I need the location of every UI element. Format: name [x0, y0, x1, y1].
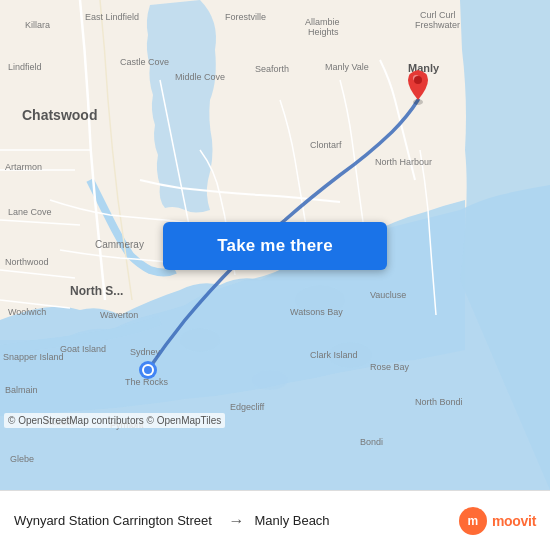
- svg-text:North Bondi: North Bondi: [415, 397, 463, 407]
- svg-text:Sydney: Sydney: [130, 347, 161, 357]
- moovit-brand-text: moovit: [492, 513, 536, 529]
- svg-text:Snapper Island: Snapper Island: [3, 352, 64, 362]
- svg-text:Allambie: Allambie: [305, 17, 340, 27]
- moovit-icon-letter: m: [468, 514, 479, 528]
- svg-text:Cammeray: Cammeray: [95, 239, 144, 250]
- svg-text:Artarmon: Artarmon: [5, 162, 42, 172]
- from-station-label: Wynyard Station Carrington Street: [14, 513, 218, 528]
- svg-point-48: [144, 366, 152, 374]
- svg-text:Clontarf: Clontarf: [310, 140, 342, 150]
- svg-text:Northwood: Northwood: [5, 257, 49, 267]
- to-station-label: Manly Beach: [254, 513, 458, 528]
- svg-text:East Lindfield: East Lindfield: [85, 12, 139, 22]
- moovit-logo: m moovit: [459, 507, 536, 535]
- svg-text:Vaucluse: Vaucluse: [370, 290, 406, 300]
- svg-text:Lane Cove: Lane Cove: [8, 207, 52, 217]
- svg-text:Heights: Heights: [308, 27, 339, 37]
- svg-text:Forestville: Forestville: [225, 12, 266, 22]
- svg-point-2: [180, 328, 220, 352]
- svg-text:Chatswood: Chatswood: [22, 107, 97, 123]
- map-container: Killara East Lindfield Forestville Allam…: [0, 0, 550, 490]
- svg-text:North S...: North S...: [70, 284, 123, 298]
- map-attribution: © OpenStreetMap contributors © OpenMapTi…: [4, 413, 225, 428]
- svg-text:Goat Island: Goat Island: [60, 344, 106, 354]
- bottom-bar: Wynyard Station Carrington Street → Manl…: [0, 490, 550, 550]
- svg-text:Waverton: Waverton: [100, 310, 138, 320]
- svg-text:Killara: Killara: [25, 20, 50, 30]
- svg-text:Watsons Bay: Watsons Bay: [290, 307, 343, 317]
- direction-arrow-icon: →: [228, 512, 244, 530]
- svg-text:Castle Cove: Castle Cove: [120, 57, 169, 67]
- svg-text:Bondi: Bondi: [360, 437, 383, 447]
- svg-text:Middle Cove: Middle Cove: [175, 72, 225, 82]
- svg-text:Clark Island: Clark Island: [310, 350, 358, 360]
- svg-text:Curl Curl: Curl Curl: [420, 10, 456, 20]
- svg-text:Freshwater: Freshwater: [415, 20, 460, 30]
- svg-point-3: [252, 370, 288, 390]
- svg-text:Woolwich: Woolwich: [8, 307, 46, 317]
- svg-text:Glebe: Glebe: [10, 454, 34, 464]
- svg-point-45: [414, 76, 422, 84]
- svg-text:Lindfield: Lindfield: [8, 62, 42, 72]
- svg-text:Seaforth: Seaforth: [255, 64, 289, 74]
- svg-text:Manly Vale: Manly Vale: [325, 62, 369, 72]
- svg-text:Rose Bay: Rose Bay: [370, 362, 410, 372]
- svg-text:Edgecliff: Edgecliff: [230, 402, 265, 412]
- moovit-icon: m: [459, 507, 487, 535]
- svg-text:North Harbour: North Harbour: [375, 157, 432, 167]
- svg-text:Balmain: Balmain: [5, 385, 38, 395]
- take-me-there-button[interactable]: Take me there: [163, 222, 387, 270]
